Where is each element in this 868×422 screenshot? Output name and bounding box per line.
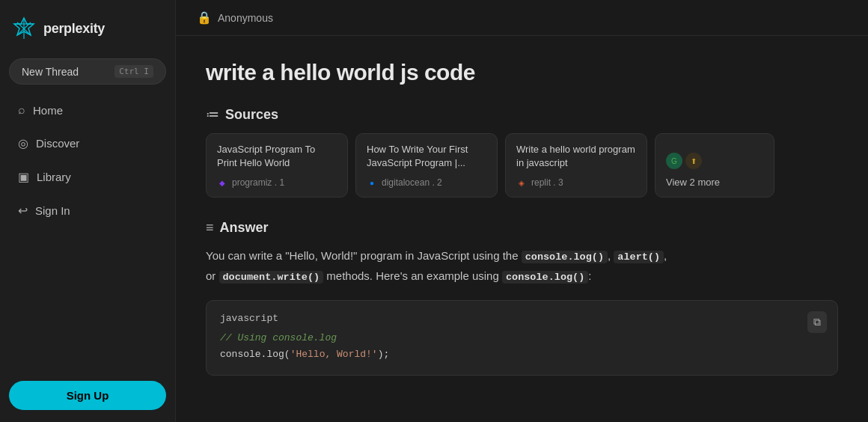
perplexity-logo-icon xyxy=(12,16,36,40)
sidebar-item-label: Discover xyxy=(36,137,79,150)
sources-title: Sources xyxy=(225,107,278,123)
source-title: JavaScript Program To Print Hello World xyxy=(217,143,337,170)
source-site: digitalocean . 2 xyxy=(382,177,442,188)
sidebar-item-home[interactable]: ⌕ Home xyxy=(9,97,166,123)
sources-icon: ≔ xyxy=(206,106,219,123)
source-footer: ◈ replit . 3 xyxy=(516,177,636,188)
sidebar: perplexity New Thread Ctrl I ⌕ Home ◎ Di… xyxy=(0,0,176,422)
sidebar-item-signin[interactable]: ↩ Sign In xyxy=(9,197,166,224)
home-icon: ⌕ xyxy=(18,103,25,117)
discover-icon: ◎ xyxy=(18,136,28,150)
source-footer: ◆ programiz . 1 xyxy=(217,177,337,188)
code-inline-2: alert() xyxy=(614,251,664,263)
source-site: replit . 3 xyxy=(531,177,563,188)
copy-icon: ⧉ xyxy=(813,316,821,328)
source-card-2[interactable]: How To Write Your First JavaScript Progr… xyxy=(355,133,498,198)
programiz-favicon: ◆ xyxy=(217,177,227,188)
digitalocean-favicon: ● xyxy=(367,177,377,188)
source-card-3[interactable]: Write a hello world program in javascrip… xyxy=(505,133,647,198)
sidebar-item-label: Sign In xyxy=(35,204,70,217)
sidebar-item-library[interactable]: ▣ Library xyxy=(9,163,166,191)
content-area: write a hello world js code ≔ Sources Ja… xyxy=(176,36,868,422)
more-icons: G ⬆ xyxy=(666,153,763,169)
answer-title: Answer xyxy=(220,220,269,236)
mini-icon-2: ⬆ xyxy=(685,153,702,169)
header: 🔒 Anonymous xyxy=(176,0,868,36)
mini-icon-1: G xyxy=(666,153,682,169)
sidebar-item-discover[interactable]: ◎ Discover xyxy=(9,129,166,157)
source-site: programiz . 1 xyxy=(232,177,284,188)
source-card-more[interactable]: G ⬆ View 2 more xyxy=(655,133,774,198)
code-language: javascript xyxy=(220,313,824,324)
code-comment: // Using console.log xyxy=(220,332,337,343)
signup-button[interactable]: Sign Up xyxy=(9,381,166,410)
answer-icon: ≡ xyxy=(206,220,214,236)
query-title: write a hello world js code xyxy=(206,60,838,85)
copy-button[interactable]: ⧉ xyxy=(807,311,827,333)
header-title: Anonymous xyxy=(218,12,273,24)
source-footer: ● digitalocean . 2 xyxy=(367,177,486,188)
code-line: console.log('Hello, World!'); xyxy=(220,349,389,360)
sidebar-item-label: Library xyxy=(37,171,71,183)
source-title: How To Write Your First JavaScript Progr… xyxy=(367,143,486,170)
code-inline-1: console.log() xyxy=(522,251,608,263)
answer-text: You can write a "Hello, World!" program … xyxy=(206,246,838,287)
replit-favicon: ◈ xyxy=(516,177,527,188)
sidebar-item-label: Home xyxy=(33,104,63,117)
code-block: javascript // Using console.log console.… xyxy=(206,300,838,376)
new-thread-button[interactable]: New Thread Ctrl I xyxy=(9,58,166,85)
code-inline-3: document.write() xyxy=(219,271,324,284)
view-more-label: View 2 more xyxy=(666,177,763,188)
logo-area: perplexity xyxy=(9,12,166,52)
library-icon: ▣ xyxy=(18,170,29,184)
signin-icon: ↩ xyxy=(18,204,28,218)
code-content: // Using console.log console.log('Hello,… xyxy=(220,330,824,363)
main-content: 🔒 Anonymous write a hello world js code … xyxy=(176,0,868,422)
sources-grid: JavaScript Program To Print Hello World … xyxy=(206,133,838,198)
keyboard-shortcut: Ctrl I xyxy=(114,65,153,78)
sources-header: ≔ Sources xyxy=(206,106,838,123)
code-inline-4: console.log() xyxy=(502,271,588,284)
source-card-1[interactable]: JavaScript Program To Print Hello World … xyxy=(206,133,348,198)
anonymous-icon: 🔒 xyxy=(197,10,212,25)
answer-header: ≡ Answer xyxy=(206,220,838,236)
source-title: Write a hello world program in javascrip… xyxy=(516,143,636,170)
code-string: 'Hello, World!' xyxy=(290,349,378,360)
logo-text: perplexity xyxy=(43,21,105,37)
